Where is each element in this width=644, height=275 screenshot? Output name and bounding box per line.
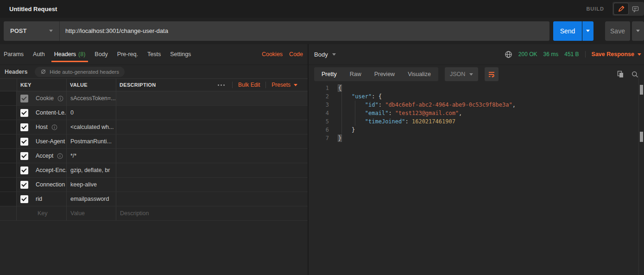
code-line: 3 "id": "db4c6ebf-abc2-4964-abe9-0c53c9f… [309,101,638,109]
view-tab-visualize[interactable]: Visualize [401,67,437,81]
drag-handle-cell[interactable] [0,106,17,120]
response-time[interactable]: 36 ms [543,51,559,58]
title-bar: Untitled Request BUILD [0,0,644,18]
tab-links: Cookies Code [262,51,303,58]
key-cell[interactable]: Cookie [17,91,66,105]
chevron-down-icon [332,53,336,56]
header-value[interactable]: */* [66,149,116,163]
header-row: CookiesAccessToken=... [0,91,308,106]
globe-icon[interactable] [505,51,512,58]
key-cell[interactable]: rid [17,192,66,206]
drag-handle-cell[interactable] [0,192,17,206]
url-input[interactable]: http://localhost:3001/change-user-data [60,27,549,34]
info-icon[interactable] [57,153,63,159]
header-checkbox[interactable] [20,123,28,131]
header-value[interactable]: <calculated wh... [66,120,116,134]
info-icon[interactable] [51,124,57,130]
header-checkbox[interactable] [20,152,28,160]
drag-handle-cell[interactable] [0,163,17,177]
code-token: "db4c6ebf-abc2-4964-abe9-0c53c9f8be3a" [385,102,512,108]
header-description[interactable] [116,149,308,163]
drag-handle-cell[interactable] [0,178,17,192]
header-value[interactable]: gzip, deflate, br [66,163,116,177]
cookies-link[interactable]: Cookies [262,51,283,58]
bulk-edit-button[interactable]: Bulk Edit [238,82,260,88]
header-description[interactable] [116,178,308,192]
search-icon[interactable] [631,71,638,78]
hide-autogenerated-toggle[interactable]: Hide auto-generated headers [35,67,125,77]
tab-pre-req[interactable]: Pre-req. [113,44,143,64]
key-cell[interactable]: Content-Le... [17,106,66,120]
drag-handle-cell[interactable] [0,134,17,148]
save-button[interactable]: Save [605,21,630,41]
wrap-text-button[interactable] [485,67,499,81]
header-value[interactable]: sAccessToken=... [66,91,116,105]
header-value[interactable]: 0 [66,106,116,120]
header-description[interactable] [116,134,308,148]
drag-handle-cell[interactable] [0,120,17,134]
header-checkbox[interactable] [20,166,28,174]
header-key: Connection [36,181,65,188]
send-options-button[interactable] [582,21,593,41]
key-cell[interactable]: Connection [17,178,66,192]
line-number: 2 [309,92,329,101]
header-description[interactable] [116,91,308,105]
status-badge[interactable]: 200 OK [518,51,537,58]
header-description[interactable] [116,192,308,206]
key-cell[interactable]: Host [17,120,66,134]
key-cell[interactable]: Accept [17,149,66,163]
scrollbar-track[interactable] [638,73,644,275]
headers-rows: CookiesAccessToken=...Content-Le...0Host… [0,91,308,206]
code-token: "test123@gmail.com" [395,110,459,116]
header-checkbox[interactable] [20,181,28,189]
scrollbar-thumb[interactable] [640,85,643,95]
save-options-button[interactable] [632,21,644,41]
postman-window: Untitled Request BUILD POST [0,0,644,275]
tab-body[interactable]: Body [90,44,113,64]
value-input[interactable]: Value [66,206,116,220]
format-select[interactable]: JSON [445,67,478,81]
header-value[interactable]: emailpassword [66,192,116,206]
tab-params[interactable]: Params [4,44,28,64]
response-body-dropdown[interactable]: Body [314,51,336,58]
header-checkbox[interactable] [20,109,28,117]
header-checkbox[interactable] [20,95,28,102]
method-select[interactable]: POST [4,21,59,41]
response-body-viewer[interactable]: 1{2 "user": {3 "id": "db4c6ebf-abc2-4964… [309,84,638,275]
header-description[interactable] [116,120,308,134]
code-text: "timeJoined": 1620217461907 [329,117,455,126]
view-tab-preview[interactable]: Preview [368,67,401,81]
titlebar-right: BUILD [586,2,644,16]
edit-mode-button[interactable] [614,3,628,14]
drag-handle-cell[interactable] [0,91,17,105]
key-cell[interactable]: User-Agent [17,134,66,148]
code-link[interactable]: Code [289,51,303,58]
description-input[interactable]: Description [116,206,308,220]
header-checkbox[interactable] [20,138,28,146]
tab-tests[interactable]: Tests [143,44,165,64]
header-description[interactable] [116,163,308,177]
header-checkbox[interactable] [20,195,28,203]
key-input[interactable]: Key [17,206,66,220]
chevron-down-icon [49,30,53,32]
tab-settings[interactable]: Settings [165,44,196,64]
view-tab-pretty[interactable]: Pretty [315,67,343,81]
response-size[interactable]: 451 B [564,51,579,58]
header-row: Content-Le...0 [0,106,308,120]
send-button[interactable]: Send [553,21,582,41]
header-value[interactable]: keep-alive [66,178,116,192]
tab-auth[interactable]: Auth [28,44,50,64]
key-cell[interactable]: Accept-Enc... [17,163,66,177]
tab-headers[interactable]: Headers (8) [50,44,90,64]
drag-handle-cell[interactable] [0,149,17,163]
save-response-button[interactable]: Save Response [592,51,641,58]
presets-button[interactable]: Presets [271,82,297,88]
view-tab-raw[interactable]: Raw [343,67,368,81]
info-icon[interactable] [57,96,63,102]
more-options-icon[interactable] [216,83,227,88]
header-description[interactable] [116,106,308,120]
header-value[interactable]: PostmanRunti... [66,134,116,148]
comment-mode-button[interactable] [628,3,643,14]
scrollbar-thumb[interactable] [640,132,643,142]
copy-icon[interactable] [617,70,624,78]
